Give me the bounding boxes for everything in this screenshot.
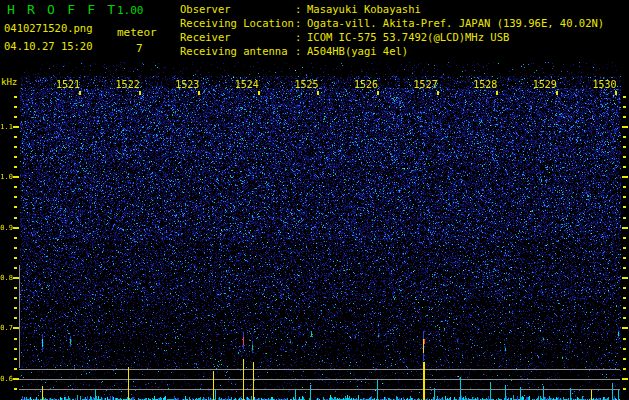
time-tick <box>615 91 617 95</box>
freq-tick-left <box>13 126 19 128</box>
freq-tick-left <box>13 327 19 329</box>
freq-tick-left <box>14 166 17 168</box>
time-label: 1521 <box>56 79 80 90</box>
meteor-count: 7 <box>136 42 143 55</box>
time-tick <box>377 91 379 95</box>
freq-tick-left <box>14 186 17 188</box>
freq-tick-left <box>14 116 17 118</box>
freq-tick-right <box>623 166 626 168</box>
time-label: 1527 <box>414 79 438 90</box>
freq-tick-right <box>622 327 628 329</box>
freq-tick-right <box>623 116 626 118</box>
freq-tick-left <box>14 388 17 390</box>
app-version: 1.00 <box>117 4 144 17</box>
freq-tick-left <box>14 206 17 208</box>
datetime-label: 04.10.27 15:20 <box>4 40 93 52</box>
freq-tick-right <box>623 136 626 138</box>
info-label: Observer <box>180 3 295 15</box>
freq-tick-left <box>14 338 17 340</box>
freq-tick-right <box>623 196 626 198</box>
freq-label: 0.7 <box>0 325 13 332</box>
freq-tick-left <box>14 267 17 269</box>
freq-tick-left <box>14 368 17 370</box>
info-value: A504HB(yagi 4el) <box>307 45 408 57</box>
freq-label: 0.6 <box>0 376 13 383</box>
freq-tick-left <box>13 176 19 178</box>
freq-label: 0.8 <box>0 275 13 282</box>
freq-tick-left <box>14 106 17 108</box>
freq-tick-right <box>623 96 626 98</box>
freq-tick-right <box>623 186 626 188</box>
time-tick <box>556 91 558 95</box>
info-colon: : <box>295 31 307 43</box>
freq-tick-left <box>13 378 19 380</box>
freq-tick-right <box>623 297 626 299</box>
freq-tick-right <box>622 227 628 229</box>
mode-label: meteor <box>117 26 157 39</box>
freq-label: 1.0 <box>0 174 13 181</box>
freq-tick-right <box>622 378 628 380</box>
freq-tick-left <box>14 257 17 259</box>
freq-tick-right <box>623 287 626 289</box>
freq-tick-left <box>14 136 17 138</box>
freq-tick-right <box>623 317 626 319</box>
freq-tick-left <box>14 237 17 239</box>
freq-tick-right <box>623 237 626 239</box>
output-filename: 0410271520.png <box>4 22 93 34</box>
freq-tick-right <box>623 106 626 108</box>
time-tick <box>317 91 319 95</box>
freq-tick-right <box>623 257 626 259</box>
time-label: 1525 <box>294 79 318 90</box>
freq-tick-right <box>622 277 628 279</box>
freq-tick-right <box>623 348 626 350</box>
freq-tick-left <box>13 227 19 229</box>
freq-tick-right <box>623 156 626 158</box>
info-colon: : <box>295 45 307 57</box>
freq-tick-right <box>622 126 628 128</box>
hrofft-screen: H R O F F T 1.00 0410271520.png meteor 0… <box>0 0 629 400</box>
freq-tick-left <box>14 348 17 350</box>
info-row-antenna: Receiving antenna:A504HB(yagi 4el) <box>180 45 408 57</box>
time-label: 1522 <box>116 79 140 90</box>
time-label: 1526 <box>354 79 378 90</box>
time-label: 1530 <box>592 79 616 90</box>
time-tick <box>258 91 260 95</box>
freq-tick-right <box>623 368 626 370</box>
freq-tick-right <box>623 307 626 309</box>
freq-tick-left <box>14 156 17 158</box>
info-colon: : <box>295 17 307 29</box>
info-value: Ogata-vill. Akita-Pref. JAPAN (139.96E, … <box>307 17 604 29</box>
info-value: ICOM IC-575 53.7492(@LCD)MHz USB <box>307 31 509 43</box>
time-tick <box>437 91 439 95</box>
freq-tick-left <box>14 247 17 249</box>
freq-tick-right <box>623 146 626 148</box>
info-row-observer: Observer:Masayuki Kobayashi <box>180 3 421 15</box>
freq-tick-right <box>623 267 626 269</box>
time-tick <box>198 91 200 95</box>
freq-axis-unit: kHz <box>1 77 17 87</box>
info-value: Masayuki Kobayashi <box>307 3 421 15</box>
freq-tick-right <box>623 388 626 390</box>
freq-tick-right <box>623 217 626 219</box>
freq-tick-right <box>623 247 626 249</box>
time-tick <box>496 91 498 95</box>
freq-tick-right <box>622 176 628 178</box>
info-label: Receiving Location <box>180 17 295 29</box>
freq-tick-right <box>623 358 626 360</box>
time-label: 1524 <box>235 79 259 90</box>
info-row-location: Receiving Location:Ogata-vill. Akita-Pre… <box>180 17 604 29</box>
time-label: 1523 <box>175 79 199 90</box>
freq-tick-left <box>14 317 17 319</box>
freq-tick-left <box>14 196 17 198</box>
time-tick <box>79 91 81 95</box>
freq-tick-left <box>14 307 17 309</box>
freq-label: 0.9 <box>0 225 13 232</box>
freq-label: 1.1 <box>0 124 13 131</box>
freq-tick-left <box>14 287 17 289</box>
freq-tick-left <box>13 277 19 279</box>
app-title: H R O F F T <box>7 2 117 17</box>
info-label: Receiver <box>180 31 295 43</box>
time-tick <box>139 91 141 95</box>
time-label: 1528 <box>473 79 497 90</box>
freq-tick-left <box>14 297 17 299</box>
